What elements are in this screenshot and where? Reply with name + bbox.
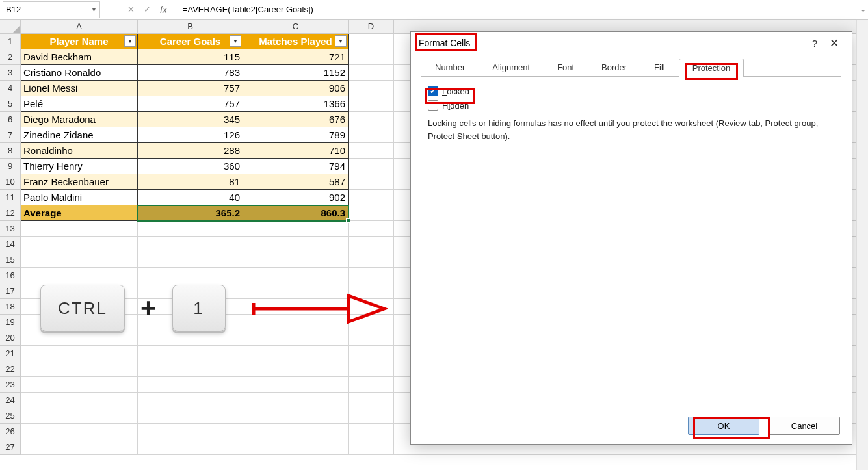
cell-goals[interactable]: 115 bbox=[138, 49, 243, 65]
cell[interactable] bbox=[349, 143, 394, 159]
formula-bar-expand-icon[interactable]: ⌄ bbox=[858, 5, 868, 14]
cell[interactable] bbox=[349, 237, 394, 252]
formula-input[interactable] bbox=[179, 1, 858, 18]
cell[interactable] bbox=[138, 424, 243, 439]
cell-goals[interactable]: 81 bbox=[138, 174, 243, 190]
cell-matches[interactable]: 902 bbox=[243, 190, 349, 205]
cell[interactable] bbox=[243, 408, 349, 424]
cell-matches[interactable]: 906 bbox=[243, 81, 349, 96]
cell[interactable] bbox=[349, 34, 394, 49]
cell[interactable] bbox=[138, 221, 243, 237]
row-header[interactable]: 16 bbox=[0, 268, 21, 283]
row-header[interactable]: 2 bbox=[0, 49, 21, 65]
enter-icon[interactable]: ✓ bbox=[144, 5, 151, 14]
row-header[interactable]: 4 bbox=[0, 81, 21, 96]
cell-goals[interactable]: 360 bbox=[138, 159, 243, 174]
cancel-button[interactable]: Cancel bbox=[769, 417, 840, 435]
cell[interactable] bbox=[138, 346, 243, 361]
cell[interactable] bbox=[349, 424, 394, 439]
cell-player[interactable]: Ronaldinho bbox=[21, 143, 138, 159]
cell[interactable] bbox=[138, 439, 243, 455]
tab-font[interactable]: Font bbox=[544, 58, 588, 76]
cell-player[interactable]: Lionel Messi bbox=[21, 81, 138, 96]
cancel-icon[interactable]: ✕ bbox=[127, 5, 135, 14]
row-header[interactable]: 24 bbox=[0, 393, 21, 408]
vertical-scrollbar[interactable] bbox=[856, 20, 868, 470]
locked-option[interactable]: Locked bbox=[428, 86, 835, 96]
cell-average-label[interactable]: Average bbox=[21, 205, 138, 221]
col-header-A[interactable]: A bbox=[21, 20, 138, 34]
cell[interactable] bbox=[349, 81, 394, 96]
row-header[interactable]: 20 bbox=[0, 330, 21, 346]
col-header-B[interactable]: B bbox=[138, 20, 243, 34]
row-header[interactable]: 3 bbox=[0, 65, 21, 81]
cell[interactable] bbox=[138, 377, 243, 393]
row-header[interactable]: 11 bbox=[0, 190, 21, 205]
row-header[interactable]: 10 bbox=[0, 174, 21, 190]
cell[interactable] bbox=[243, 361, 349, 377]
cell[interactable] bbox=[349, 377, 394, 393]
cell-goals[interactable]: 757 bbox=[138, 96, 243, 112]
row-header[interactable]: 17 bbox=[0, 283, 21, 299]
cell[interactable] bbox=[349, 205, 394, 221]
cell[interactable] bbox=[138, 268, 243, 283]
cell[interactable] bbox=[243, 268, 349, 283]
row-header[interactable]: 23 bbox=[0, 377, 21, 393]
cell[interactable] bbox=[21, 377, 138, 393]
cell-average-goals[interactable]: 365.2 bbox=[138, 205, 243, 221]
row-header[interactable]: 19 bbox=[0, 315, 21, 330]
cell[interactable] bbox=[243, 377, 349, 393]
cell[interactable] bbox=[349, 439, 394, 455]
cell[interactable] bbox=[21, 424, 138, 439]
close-icon[interactable]: ✕ bbox=[824, 36, 844, 50]
cell[interactable] bbox=[243, 237, 349, 252]
cell-goals[interactable]: 783 bbox=[138, 65, 243, 81]
cell[interactable] bbox=[138, 361, 243, 377]
tab-protection[interactable]: Protection bbox=[679, 59, 744, 77]
table-header-player-name[interactable]: Player Name ▼ bbox=[21, 34, 138, 49]
filter-dropdown-icon[interactable]: ▼ bbox=[124, 35, 136, 47]
cell[interactable] bbox=[21, 237, 138, 252]
cell[interactable] bbox=[349, 65, 394, 81]
cell[interactable] bbox=[243, 439, 349, 455]
row-header[interactable]: 26 bbox=[0, 424, 21, 439]
table-header-career-goals[interactable]: Career Goals ▼ bbox=[138, 34, 243, 49]
cell-player[interactable]: Paolo Maldini bbox=[21, 190, 138, 205]
cell[interactable] bbox=[349, 252, 394, 268]
row-header[interactable]: 15 bbox=[0, 252, 21, 268]
cell[interactable] bbox=[243, 330, 349, 346]
cell[interactable] bbox=[21, 361, 138, 377]
row-header[interactable]: 6 bbox=[0, 112, 21, 127]
select-all-corner[interactable] bbox=[0, 20, 21, 34]
cell[interactable] bbox=[21, 346, 138, 361]
filter-dropdown-icon[interactable]: ▼ bbox=[335, 35, 347, 47]
cell[interactable] bbox=[349, 190, 394, 205]
row-header[interactable]: 9 bbox=[0, 159, 21, 174]
cell[interactable] bbox=[349, 346, 394, 361]
filter-dropdown-icon[interactable]: ▼ bbox=[230, 35, 241, 47]
cell[interactable] bbox=[349, 408, 394, 424]
ok-button[interactable]: OK bbox=[688, 417, 759, 435]
cell[interactable] bbox=[138, 237, 243, 252]
tab-fill[interactable]: Fill bbox=[640, 58, 679, 76]
row-header-12[interactable]: 12 bbox=[0, 205, 21, 221]
selection-handle[interactable] bbox=[346, 218, 350, 223]
cell[interactable] bbox=[349, 361, 394, 377]
table-header-matches-played[interactable]: Matches Played ▼ bbox=[243, 34, 349, 49]
cell[interactable] bbox=[349, 127, 394, 143]
row-header[interactable]: 18 bbox=[0, 299, 21, 315]
cell[interactable] bbox=[21, 221, 138, 237]
cell[interactable] bbox=[138, 408, 243, 424]
cell-matches[interactable]: 789 bbox=[243, 127, 349, 143]
tab-border[interactable]: Border bbox=[588, 58, 640, 76]
tab-number[interactable]: Number bbox=[421, 58, 479, 76]
cell-matches[interactable]: 1366 bbox=[243, 96, 349, 112]
locked-checkbox[interactable] bbox=[428, 86, 438, 96]
cell[interactable] bbox=[243, 424, 349, 439]
cell-goals[interactable]: 40 bbox=[138, 190, 243, 205]
cell-player[interactable]: David Beckham bbox=[21, 49, 138, 65]
cell[interactable] bbox=[243, 393, 349, 408]
row-header[interactable]: 27 bbox=[0, 439, 21, 455]
cell[interactable] bbox=[349, 96, 394, 112]
cell[interactable] bbox=[138, 330, 243, 346]
